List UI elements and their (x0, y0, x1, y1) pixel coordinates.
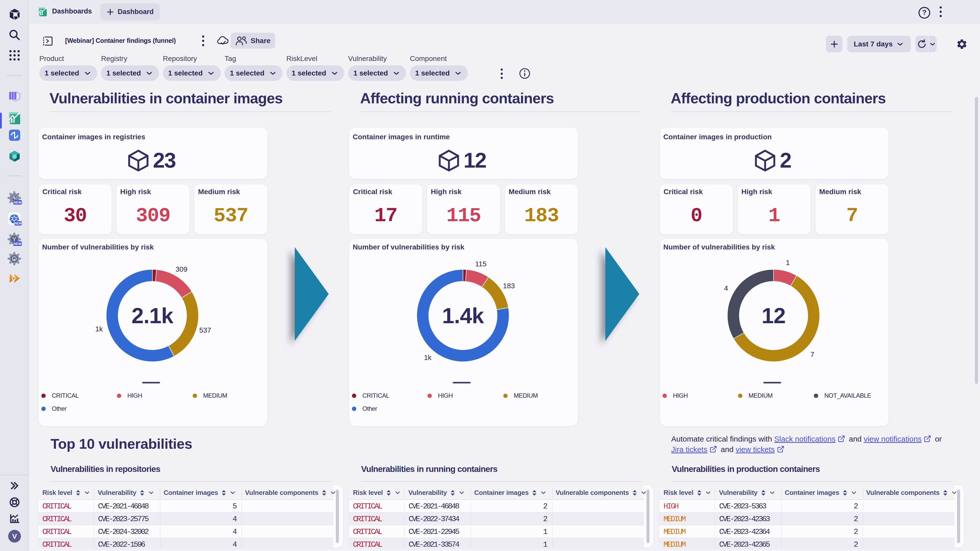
svg-text:NEW: NEW (14, 222, 22, 225)
svg-text:NEW: NEW (14, 242, 22, 246)
svg-text:183: 183 (503, 282, 515, 290)
svg-text:1: 1 (786, 259, 790, 267)
svg-text:12: 12 (762, 303, 786, 328)
svg-text:1k: 1k (424, 354, 432, 362)
svg-text:4: 4 (724, 284, 728, 292)
svg-text:115: 115 (475, 260, 487, 268)
svg-text:1.4k: 1.4k (442, 303, 484, 328)
svg-text:309: 309 (176, 265, 188, 273)
svg-text:V: V (12, 532, 17, 540)
svg-text:7: 7 (810, 351, 815, 359)
svg-text:2.1k: 2.1k (131, 303, 173, 328)
svg-text:537: 537 (199, 326, 211, 334)
svg-text:?: ? (922, 9, 927, 16)
svg-text:NEW: NEW (14, 200, 22, 204)
svg-text:1k: 1k (95, 325, 103, 333)
